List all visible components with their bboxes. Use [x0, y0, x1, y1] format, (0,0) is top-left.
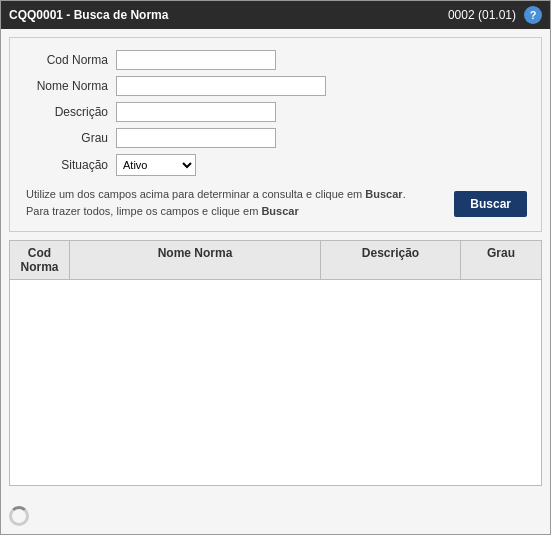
- hint-bold2: Buscar: [261, 205, 298, 217]
- table-header: CodNorma Nome Norma Descrição Grau: [10, 241, 541, 280]
- nome-norma-row: Nome Norma: [26, 76, 525, 96]
- hint-line2: Para trazer todos, limpe os campos e cli…: [26, 205, 261, 217]
- nome-norma-label: Nome Norma: [26, 79, 116, 93]
- cod-norma-input[interactable]: [116, 50, 276, 70]
- hint-line1: Utilize um dos campos acima para determi…: [26, 188, 365, 200]
- descricao-label: Descrição: [26, 105, 116, 119]
- grau-row: Grau: [26, 128, 525, 148]
- search-panel: Cod Norma Nome Norma Descrição Grau Situ…: [9, 37, 542, 232]
- main-window: CQQ0001 - Busca de Norma 0002 (01.01) ? …: [0, 0, 551, 535]
- window-title: CQQ0001 - Busca de Norma: [9, 8, 168, 22]
- th-cod: CodNorma: [10, 241, 70, 279]
- hint-text: Utilize um dos campos acima para determi…: [26, 186, 525, 219]
- situacao-label: Situação: [26, 158, 116, 172]
- cod-norma-label: Cod Norma: [26, 53, 116, 67]
- help-button[interactable]: ?: [524, 6, 542, 24]
- situacao-row: Situação Ativo Inativo Todos: [26, 154, 525, 176]
- content-area: Cod Norma Nome Norma Descrição Grau Situ…: [1, 29, 550, 534]
- th-descricao: Descrição: [321, 241, 461, 279]
- spinner-icon: [9, 506, 29, 526]
- titlebar-right: 0002 (01.01) ?: [448, 6, 542, 24]
- hint-line1-end: .: [403, 188, 406, 200]
- buscar-button[interactable]: Buscar: [454, 191, 527, 217]
- results-table-container: CodNorma Nome Norma Descrição Grau: [9, 240, 542, 486]
- th-grau: Grau: [461, 241, 541, 279]
- hint-bold1: Buscar: [365, 188, 402, 200]
- th-nome: Nome Norma: [70, 241, 321, 279]
- grau-label: Grau: [26, 131, 116, 145]
- table-body: [10, 280, 541, 480]
- descricao-row: Descrição: [26, 102, 525, 122]
- window-code: 0002 (01.01): [448, 8, 516, 22]
- grau-input[interactable]: [116, 128, 276, 148]
- cod-norma-row: Cod Norma: [26, 50, 525, 70]
- descricao-input[interactable]: [116, 102, 276, 122]
- loading-indicator: [1, 498, 550, 534]
- titlebar: CQQ0001 - Busca de Norma 0002 (01.01) ?: [1, 1, 550, 29]
- nome-norma-input[interactable]: [116, 76, 326, 96]
- situacao-select[interactable]: Ativo Inativo Todos: [116, 154, 196, 176]
